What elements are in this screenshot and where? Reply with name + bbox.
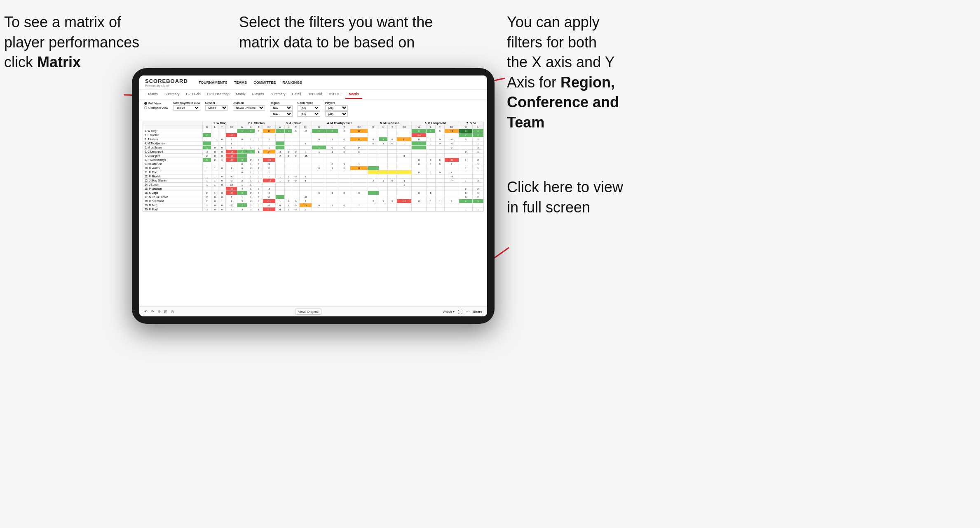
share-label: Share [473, 310, 482, 314]
undo-icon[interactable]: ↶ [144, 309, 148, 314]
subnav-h2h-grid2[interactable]: H2H Grid [304, 90, 325, 99]
region-label: Region [270, 101, 293, 104]
subnav-matrix[interactable]: Matrix [233, 90, 249, 99]
subnav-h2h-h[interactable]: H2H H... [326, 90, 346, 99]
table-row: 3. J Koivun 1102 0102 01013 04011 010-6 … [143, 137, 484, 141]
ann-tr-l2: filters for both [507, 34, 597, 51]
subnav-detail[interactable]: Detail [289, 90, 305, 99]
subnav-teams[interactable]: Teams [144, 90, 161, 99]
matrix-area: 1. W Ding 2. L Clanton 3. J Koivun 4. M … [139, 119, 487, 306]
table-row: 9. N Gabrelcik 0109 011 0101 1 [143, 162, 484, 166]
col-header-7: 7. G Sa [459, 121, 484, 125]
players-label: Players [325, 101, 348, 104]
table-row: 15. P Maichon -19 410-7 22 [143, 187, 484, 191]
division-label: Division [233, 101, 265, 104]
nav-tournaments[interactable]: TOURNAMENTS [199, 80, 227, 85]
subnav-matrix-active[interactable]: Matrix [345, 90, 362, 99]
table-row: 12. M Riedel 110-6 1101 1101 -4 [143, 174, 484, 179]
sub-nav: Teams Summary H2H Grid H2H Heatmap Matri… [139, 90, 487, 99]
table-row: 20. M Ford 2003 331-11 0107 11 [143, 207, 484, 212]
table-row: 6. C Lamprecht 300-18 24124 3000 1106 01 [143, 150, 484, 154]
bottom-tools: ↶ ↷ ⊕ ⊞ ⊙ [144, 309, 174, 314]
region-select-y[interactable]: N/A [270, 111, 293, 117]
ann-tc-text: Select the filters you want the matrix d… [239, 14, 433, 51]
ann-tr-l6: Team [507, 114, 544, 131]
players-select-y[interactable]: (All) [325, 111, 348, 117]
conference-select-y[interactable]: (All) [298, 111, 320, 117]
view-original-btn[interactable]: View: Original [295, 309, 321, 315]
col-header-5: 5. M La Sasso [368, 121, 411, 125]
table-row: 8. P Summerhays 521-48 220-16 010-11 12 [143, 158, 484, 162]
conference-label: Conference [298, 101, 320, 104]
table-row: 4. M Thorbjornsen 1 1 0101 110-6 1 [143, 141, 484, 146]
subnav-summary2[interactable]: Summary [267, 90, 288, 99]
more-icon[interactable]: ⋯ [466, 309, 470, 314]
filter-gender: Gender Men's [205, 101, 228, 111]
nav-committee[interactable]: COMMITTEE [253, 80, 276, 85]
subnav-h2h-grid[interactable]: H2H Grid [183, 90, 204, 99]
col-header-3: 3. J Koivun [276, 121, 312, 125]
nav-links: TOURNAMENTS TEAMS COMMITTEE RANKINGS [199, 80, 302, 85]
sub-header-blank [143, 125, 203, 129]
filter-region: Region N/A N/A [270, 101, 293, 117]
full-view-radio[interactable] [144, 102, 147, 105]
ann-tr-l4p: Axis for [507, 74, 560, 91]
subnav-summary[interactable]: Summary [161, 90, 183, 99]
sh-w1: W [203, 125, 211, 129]
nav-logo-title: SCOREBOARD [145, 78, 188, 84]
redo-icon[interactable]: ↷ [151, 309, 154, 314]
subnav-players[interactable]: Players [249, 90, 267, 99]
annotation-top-left: To see a matrix of player performances c… [4, 12, 144, 73]
share-button[interactable]: Share [473, 310, 482, 314]
compact-view-label: Compact View [148, 106, 168, 110]
max-players-select[interactable]: Top 25 [173, 105, 200, 111]
ann-tr-l4b: Region, [560, 74, 615, 91]
zoom-icon[interactable]: ⊕ [157, 309, 161, 314]
ann-tl-line3-prefix: click [4, 54, 37, 71]
watch-button[interactable]: Watch ▾ [443, 310, 455, 314]
settings-icon[interactable]: ⊙ [171, 309, 174, 314]
annotation-top-center: Select the filters you want the matrix d… [239, 12, 445, 52]
compact-view-option[interactable]: Compact View [144, 106, 168, 110]
table-row: 14. J Lundin 11010 11 -7 [143, 183, 484, 187]
full-view-label: Full View [148, 101, 161, 105]
table-row: 2. L Clanton 2-18 -24 22 [143, 133, 484, 137]
right-tools: Watch ▾ ⛶ ⋯ Share [443, 309, 482, 314]
players-select-x[interactable]: (All) [325, 105, 348, 111]
tablet: SCOREBOARD Powered by clippd TOURNAMENTS… [132, 68, 495, 324]
filter-conference: Conference (All) (All) [298, 101, 320, 117]
table-row: 19. D Ford 200-20 220-1 01013 0107 [143, 203, 484, 207]
ann-tl-line2: player performances [4, 34, 139, 51]
filter-players: Players (All) (All) [325, 101, 348, 117]
nav-teams[interactable]: TEAMS [234, 80, 247, 85]
table-row: 1. W Ding 12011 110-2 12017 01013 92 [143, 129, 484, 133]
max-players-label: Max players in view [173, 101, 200, 104]
nav-rankings[interactable]: RANKINGS [282, 80, 302, 85]
ann-tl-matrix-bold: Matrix [37, 54, 81, 71]
conference-select-x[interactable]: (All) [298, 105, 320, 111]
filter-division: Division NCAA Division I [233, 101, 265, 111]
region-select-x[interactable]: N/A [270, 105, 293, 111]
gender-label: Gender [205, 101, 228, 104]
bottom-bar: ↶ ↷ ⊕ ⊞ ⊙ View: Original Watch ▾ ⛶ ⋯ Sha… [139, 306, 487, 316]
nav-bar: SCOREBOARD Powered by clippd TOURNAMENTS… [139, 75, 487, 90]
col-header-4: 4. M Thorbjornsen [312, 121, 368, 125]
fullscreen-icon[interactable]: ⛶ [458, 309, 462, 314]
col-header-6: 6. C Lamprecht [412, 121, 459, 125]
matrix-table: 1. W Ding 2. L Clanton 3. J Koivun 4. M … [143, 121, 484, 212]
screenshot-icon[interactable]: ⊞ [164, 309, 167, 314]
nav-logo: SCOREBOARD Powered by clippd [145, 78, 188, 87]
table-row: 10. B Valdes 1101 0010 01011 11 [143, 166, 484, 170]
col-header-2: 2. L Clanton [237, 121, 276, 125]
table-row: 16. K Vilips 210-25 2204 3308 00 01 [143, 191, 484, 195]
ann-tr-l1: You can apply [507, 14, 600, 31]
full-view-option[interactable]: Full View [144, 101, 168, 105]
division-select[interactable]: NCAA Division I [233, 105, 265, 111]
filter-row: Full View Compact View Max players in vi… [139, 99, 487, 119]
ann-br-l1: Click here to view [507, 179, 623, 196]
subnav-h2h-heatmap[interactable]: H2H Heatmap [204, 90, 233, 99]
gender-select[interactable]: Men's [205, 105, 228, 111]
col-header-1: 1. W Ding [203, 121, 237, 125]
compact-view-radio[interactable] [144, 106, 147, 109]
table-row: 18. C Sherwood 2011 300-11 1001 220-10 0… [143, 199, 484, 203]
